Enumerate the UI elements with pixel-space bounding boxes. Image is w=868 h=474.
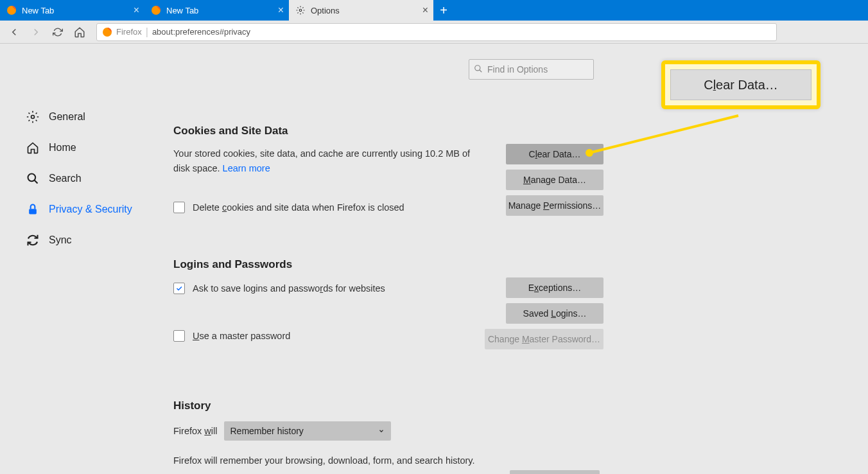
svg-rect-6: [29, 209, 37, 214]
clear-data-button[interactable]: Clear Data…: [506, 144, 603, 164]
tab-title: Options: [311, 6, 340, 15]
section-heading: History: [173, 399, 603, 412]
select-value: Remember history: [230, 426, 304, 436]
gear-icon: [26, 110, 40, 124]
urlbar-separator: |: [146, 26, 148, 38]
search-icon: [26, 171, 40, 186]
cookies-description: Your stored cookies, site data, and cach…: [173, 146, 475, 176]
delete-cookies-label: Delete cookies and site data when Firefo…: [193, 202, 404, 213]
tab-options[interactable]: Options ×: [289, 0, 433, 21]
sidebar-item-general[interactable]: General: [26, 101, 167, 132]
section-heading: Logins and Passwords: [173, 258, 603, 271]
toolbar: Firefox | about:preferences#privacy: [0, 21, 868, 44]
firefox-will-label: Firefox will: [173, 426, 218, 436]
close-icon[interactable]: ×: [422, 4, 428, 16]
delete-cookies-checkbox[interactable]: [173, 202, 185, 213]
new-tab-button[interactable]: +: [433, 0, 454, 21]
firefox-icon: [151, 5, 161, 15]
sidebar-item-label: General: [49, 111, 85, 123]
find-in-options-input[interactable]: [469, 59, 594, 80]
tab-newtab-2[interactable]: New Tab ×: [144, 0, 289, 21]
history-section: History Firefox will Remember history Fi…: [173, 399, 603, 474]
sidebar-item-sync[interactable]: Sync: [26, 225, 167, 256]
sidebar: General Home Search Privacy & Security S…: [0, 44, 167, 474]
sync-icon: [26, 233, 40, 247]
manage-data-button[interactable]: Manage Data…: [506, 170, 603, 190]
ask-save-logins-label: Ask to save logins and passwords for web…: [193, 283, 385, 294]
ask-save-logins-checkbox[interactable]: [173, 283, 185, 294]
address-bar[interactable]: Firefox | about:preferences#privacy: [96, 23, 777, 41]
tab-bar: New Tab × New Tab × Options × +: [0, 0, 868, 21]
sidebar-item-label: Sync: [49, 234, 72, 246]
svg-point-2: [299, 9, 302, 12]
home-icon: [26, 141, 40, 155]
logins-section: Logins and Passwords Ask to save logins …: [173, 258, 603, 342]
tab-newtab-1[interactable]: New Tab ×: [0, 0, 144, 21]
manage-permissions-button[interactable]: Manage Permissions…: [506, 195, 603, 216]
change-master-password-button: Change Master Password…: [485, 329, 603, 349]
sidebar-item-privacy[interactable]: Privacy & Security: [26, 194, 167, 225]
tab-title: New Tab: [166, 6, 198, 15]
urlbar-address: about:preferences#privacy: [152, 27, 250, 37]
cookies-section: Cookies and Site Data Your stored cookie…: [173, 125, 603, 213]
exceptions-button[interactable]: Exceptions…: [506, 277, 603, 298]
close-icon[interactable]: ×: [134, 4, 139, 16]
sidebar-item-label: Privacy & Security: [49, 204, 132, 215]
sidebar-item-home[interactable]: Home: [26, 132, 167, 163]
svg-point-4: [31, 116, 35, 119]
urlbar-hint: Firefox: [116, 27, 142, 37]
callout-highlight: Clear Data…: [661, 60, 820, 109]
section-heading: Cookies and Site Data: [173, 125, 603, 137]
saved-logins-button[interactable]: Saved Logins…: [506, 303, 603, 324]
reload-button[interactable]: [49, 23, 67, 41]
search-icon: [474, 64, 483, 73]
master-password-checkbox[interactable]: [173, 330, 185, 342]
history-description: Firefox will remember your browsing, dow…: [173, 453, 475, 468]
close-icon[interactable]: ×: [278, 4, 284, 16]
sidebar-item-search[interactable]: Search: [26, 163, 167, 194]
learn-more-link[interactable]: Learn more: [223, 163, 270, 173]
firefox-icon: [102, 27, 112, 37]
master-password-label: Use a master password: [193, 331, 290, 341]
clear-history-button[interactable]: Clear History…: [510, 470, 600, 474]
sidebar-item-label: Home: [49, 142, 76, 154]
chevron-down-icon: [378, 428, 385, 434]
lock-icon: [26, 202, 40, 216]
sidebar-item-label: Search: [49, 173, 82, 184]
firefox-icon: [6, 5, 17, 15]
back-button[interactable]: [5, 23, 23, 41]
tab-title: New Tab: [22, 6, 54, 15]
callout-clear-data-button: Clear Data…: [670, 69, 812, 100]
history-mode-select[interactable]: Remember history: [224, 421, 391, 441]
home-button[interactable]: [71, 23, 89, 41]
svg-point-5: [28, 174, 36, 182]
gear-icon: [295, 5, 306, 15]
svg-point-7: [475, 66, 480, 71]
forward-button[interactable]: [27, 23, 45, 41]
